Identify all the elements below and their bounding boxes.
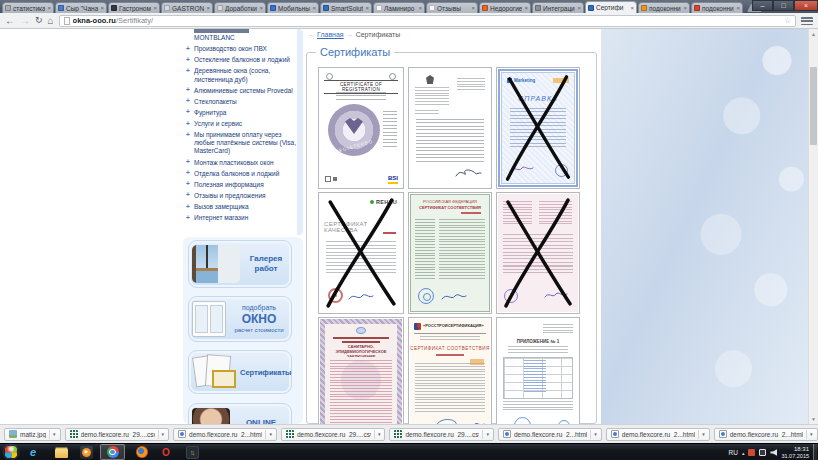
- menu-link[interactable]: MONTBLANC: [194, 34, 235, 41]
- browser-tab[interactable]: статистика×: [2, 2, 54, 13]
- browser-tab[interactable]: GASTRONOM×: [161, 2, 213, 13]
- download-item[interactable]: matiz.jpg▾: [4, 428, 61, 441]
- tab-close-icon[interactable]: ×: [471, 5, 475, 11]
- online-consultant-promo[interactable]: ONLINE: [188, 403, 292, 424]
- menu-link[interactable]: Вызов замерщика: [194, 203, 249, 210]
- menu-link[interactable]: Фурнитура: [194, 109, 226, 116]
- page-scrollbar[interactable]: ▲ ▼: [808, 29, 818, 424]
- window-calculator-promo[interactable]: подобрать ОКНО расчет стоимости: [188, 296, 292, 342]
- certificate-thumbnail[interactable]: [408, 67, 492, 189]
- menu-link[interactable]: Мы принимаем оплату через любые платёжны…: [194, 131, 296, 154]
- download-dropdown-icon[interactable]: ▾: [698, 430, 705, 439]
- show-desktop-button[interactable]: [813, 444, 817, 460]
- back-button[interactable]: ←: [5, 16, 15, 26]
- file-explorer-icon[interactable]: [55, 449, 68, 458]
- certificates-promo[interactable]: Сертификаты: [188, 350, 292, 394]
- tray-app-icon[interactable]: [748, 449, 755, 456]
- scroll-up-icon[interactable]: ▲: [809, 29, 818, 39]
- tab-close-icon[interactable]: ×: [736, 5, 740, 11]
- opera-icon[interactable]: O: [162, 446, 170, 459]
- start-button[interactable]: [4, 445, 18, 459]
- reload-button[interactable]: ↻: [35, 16, 43, 25]
- sidebar-menu-item[interactable]: +Отзывы и предложения: [185, 190, 298, 201]
- browser-tab[interactable]: SmartSoluti×: [320, 2, 372, 13]
- tab-close-icon[interactable]: ×: [577, 5, 581, 11]
- address-bar[interactable]: okna-ooo.ru/Sertifikaty/ ☆: [59, 15, 796, 27]
- tab-close-icon[interactable]: ×: [683, 5, 687, 11]
- sidebar-menu-item[interactable]: +Алюминиевые системы Provedal: [185, 85, 298, 96]
- certificate-thumbnail[interactable]: САНИТАРНО-ЭПИДЕМИОЛОГИЧЕСКОЕ ЗАКЛЮЧЕНИЕ: [318, 317, 404, 424]
- browser-tab[interactable]: подоконни×: [691, 2, 743, 13]
- tab-close-icon[interactable]: ×: [418, 5, 422, 11]
- menu-link[interactable]: Отделка балконов и лоджий: [194, 170, 279, 177]
- download-item[interactable]: demo.flexcore.ru_2...html▾: [606, 428, 710, 441]
- certificate-thumbnail[interactable]: «РОССТРОЙСЕРТИФИКАЦИЯ» СЕРТИФИКАТ СООТВЕ…: [408, 317, 492, 424]
- download-item[interactable]: demo.flexcore.ru_29....csv▾: [281, 428, 386, 441]
- internet-explorer-icon[interactable]: e: [30, 446, 36, 459]
- transfer-app-icon[interactable]: ↑↓: [186, 446, 199, 459]
- browser-tab[interactable]: подоконни×: [638, 2, 690, 13]
- home-button[interactable]: ⌂: [48, 16, 54, 26]
- certificate-thumbnail[interactable]: РОССИЙСКАЯ ФЕДЕРАЦИЯ СЕРТИФИКАТ СООТВЕТС…: [408, 192, 492, 314]
- download-dropdown-icon[interactable]: ▾: [158, 430, 165, 439]
- clock[interactable]: 18:31 31.07.2015: [781, 446, 809, 459]
- download-item[interactable]: demo.flexcore.ru_29....csv▾: [65, 428, 170, 441]
- sidebar-menu-item[interactable]: +Стеклопакеты: [185, 96, 298, 107]
- download-item[interactable]: demo.flexcore.ru_29....csv▾: [389, 428, 494, 441]
- bookmark-star-icon[interactable]: ☆: [784, 17, 791, 25]
- tab-close-icon[interactable]: ×: [524, 5, 528, 11]
- forward-button[interactable]: →: [20, 16, 30, 26]
- sidebar-menu-item[interactable]: +Производство окон ПВХ: [185, 44, 298, 55]
- tab-close-icon[interactable]: ×: [630, 5, 634, 11]
- download-item[interactable]: demo.flexcore.ru_2...html▾: [498, 428, 602, 441]
- sidebar-menu-item[interactable]: +Вызов замерщика: [185, 202, 298, 213]
- certificate-thumbnail[interactable]: CERTIFICATE OF REGISTRATION REGISTERED B…: [318, 67, 404, 189]
- window-maximize-button[interactable]: □: [773, 0, 794, 11]
- download-item[interactable]: demo.flexcore.ru_2...html▾: [714, 428, 818, 441]
- language-indicator[interactable]: RU: [729, 449, 738, 456]
- tab-close-icon[interactable]: ×: [312, 5, 316, 11]
- download-dropdown-icon[interactable]: ▾: [265, 430, 272, 439]
- menu-link[interactable]: Остекление балконов и лоджий: [194, 56, 290, 63]
- download-dropdown-icon[interactable]: ▾: [590, 430, 597, 439]
- menu-link[interactable]: Стеклопакеты: [194, 98, 237, 105]
- sidebar-menu-item[interactable]: +Мы принимаем оплату через любые платёжн…: [185, 130, 298, 157]
- sidebar-menu-item[interactable]: +Интернет магазин: [185, 213, 298, 224]
- menu-link[interactable]: Отзывы и предложения: [194, 192, 266, 199]
- sidebar-menu-item[interactable]: +Остекление балконов и лоджий: [185, 55, 298, 66]
- menu-link[interactable]: Монтаж пластиковых окон: [194, 159, 274, 166]
- certificate-thumbnail[interactable]: Marketing СПРАВКА: [496, 67, 580, 189]
- menu-link[interactable]: Услуги и сервис: [194, 120, 242, 127]
- gallery-promo[interactable]: Галерея работ: [188, 240, 292, 288]
- browser-tab[interactable]: Сыр "Чанах"×: [55, 2, 107, 13]
- sidebar-menu-item[interactable]: +Фурнитура: [185, 107, 298, 118]
- browser-tab[interactable]: Отзывы×: [426, 2, 478, 13]
- tab-close-icon[interactable]: ×: [153, 5, 157, 11]
- sidebar-menu-item[interactable]: +Полезная информация: [185, 179, 298, 190]
- menu-link[interactable]: Интернет магазин: [194, 214, 248, 221]
- tab-close-icon[interactable]: ×: [365, 5, 369, 11]
- certificate-thumbnail[interactable]: REHAU СЕРТИФИКАТ КАЧЕСТВА: [318, 192, 404, 314]
- sidebar-menu-item[interactable]: +Отделка балконов и лоджий: [185, 168, 298, 179]
- window-minimize-button[interactable]: –: [752, 0, 773, 11]
- browser-tab[interactable]: Мобильный×: [267, 2, 319, 13]
- sidebar-menu-item[interactable]: +Монтаж пластиковых окон: [185, 157, 298, 168]
- download-dropdown-icon[interactable]: ▾: [806, 430, 813, 439]
- volume-icon[interactable]: [770, 449, 777, 456]
- chrome-taskbar-button[interactable]: [100, 444, 125, 460]
- tab-close-icon[interactable]: ×: [206, 5, 210, 11]
- browser-tab[interactable]: Интеграци×: [532, 2, 584, 13]
- window-close-button[interactable]: ×: [794, 0, 818, 11]
- menu-link[interactable]: Полезная информация: [194, 181, 264, 188]
- sidebar-menu-item[interactable]: +Деревянные окна (сосна, лиственница дуб…: [185, 66, 298, 85]
- tab-close-icon[interactable]: ×: [259, 5, 263, 11]
- sidebar-menu-item[interactable]: MONTBLANC: [185, 34, 298, 44]
- firefox-icon[interactable]: [136, 446, 148, 458]
- browser-menu-icon[interactable]: [801, 17, 813, 25]
- certificate-thumbnail[interactable]: ПРИЛОЖЕНИЕ № 1: [496, 317, 580, 424]
- browser-tab[interactable]: Гастрономи×: [108, 2, 160, 13]
- menu-link[interactable]: Деревянные окна (сосна, лиственница дуб): [194, 67, 270, 82]
- browser-tab-active[interactable]: Сертифи×: [585, 1, 637, 13]
- certificate-thumbnail[interactable]: [496, 192, 580, 314]
- menu-link[interactable]: Производство окон ПВХ: [194, 45, 267, 52]
